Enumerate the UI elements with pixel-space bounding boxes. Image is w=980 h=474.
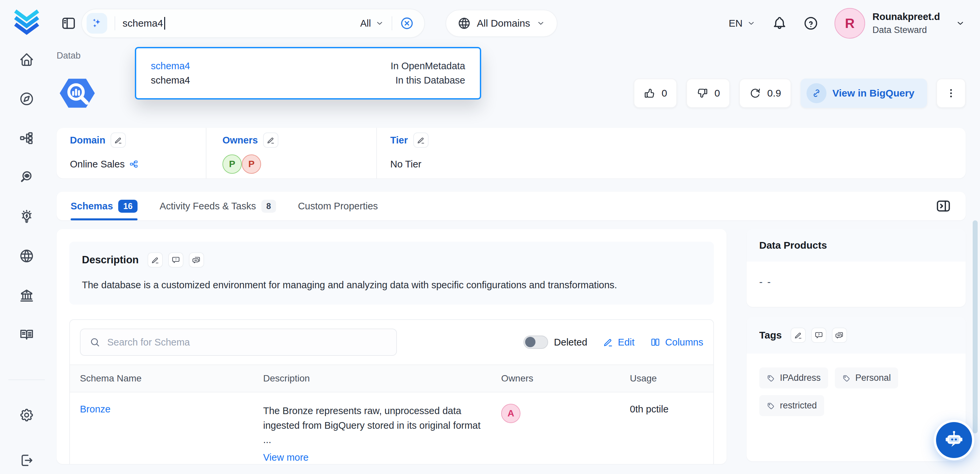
tags-header: Tags ?	[746, 317, 966, 353]
schema-search-input[interactable]	[107, 337, 388, 348]
more-options-button[interactable]	[936, 78, 966, 108]
deleted-toggle[interactable]	[523, 336, 548, 349]
ai-sparkle-icon[interactable]	[87, 13, 107, 33]
request-description-button[interactable]: ?	[168, 252, 183, 268]
search-divider	[115, 16, 115, 30]
suggestion-item[interactable]: schema4 In this Database	[151, 75, 465, 86]
chatbot-button[interactable]	[936, 422, 972, 458]
owners-label: Owners	[223, 135, 258, 146]
col-header-usage[interactable]: Usage	[624, 365, 714, 392]
col-header-owners[interactable]: Owners	[495, 365, 623, 392]
schema-search-field[interactable]	[80, 329, 397, 356]
all-domains-dropdown[interactable]: All Domains	[445, 10, 557, 37]
columns-button[interactable]: Columns	[650, 337, 703, 348]
downvote-button[interactable]: 0	[686, 78, 730, 108]
link-icon	[807, 83, 826, 103]
observability-icon[interactable]	[19, 170, 34, 185]
svg-text:?: ?	[175, 257, 177, 261]
score-button[interactable]: 0.9	[739, 78, 791, 108]
edit-owners-button[interactable]	[263, 132, 278, 148]
scrollbar-thumb[interactable]	[973, 220, 978, 433]
tab-label: Activity Feeds & Tasks	[159, 201, 256, 212]
tab-schemas[interactable]: Schemas 16	[71, 192, 137, 220]
globe-icon	[458, 17, 471, 30]
edit-button[interactable]: Edit	[603, 337, 635, 348]
edit-label: Edit	[618, 337, 635, 348]
owners-section: Owners P P	[207, 128, 377, 178]
thumbs-up-icon	[644, 87, 655, 99]
lineage-flow-icon[interactable]	[19, 130, 34, 146]
tag-label: Personal	[856, 373, 891, 383]
view-in-bigquery-button[interactable]: View in BigQuery	[800, 78, 927, 108]
logout-icon[interactable]	[19, 453, 34, 468]
owner-avatar[interactable]: P	[223, 154, 242, 174]
breadcrumb[interactable]: Datab	[57, 51, 93, 65]
tag-chip[interactable]: Personal	[835, 367, 899, 388]
comment-question-icon: ?	[815, 331, 823, 339]
tags-list: IPAddress Personal restricted	[746, 353, 966, 430]
schemas-panel: Description ? The database is a cus	[57, 229, 727, 464]
tag-chip[interactable]: IPAddress	[759, 367, 828, 388]
usage-value: 0th pctile	[630, 404, 669, 414]
home-icon[interactable]	[19, 52, 34, 67]
insights-bulb-icon[interactable]	[19, 209, 34, 224]
sidebar-toggle-icon[interactable]	[60, 15, 76, 31]
table-row: Bronze The Bronze represents raw, unproc…	[70, 392, 713, 464]
user-name: Rounakpreet.d	[872, 11, 940, 22]
tier-section: Tier No Tier	[377, 128, 429, 178]
search-scope-value: All	[360, 18, 371, 29]
owner-avatar[interactable]: A	[501, 404, 520, 423]
edit-description-button[interactable]	[148, 252, 163, 268]
tab-count-badge: 8	[261, 200, 276, 213]
tier-label: Tier	[390, 135, 408, 146]
user-menu[interactable]: R Rounakpreet.d Data Steward	[834, 8, 965, 39]
language-value: EN	[729, 17, 743, 29]
schema-table: Schema Name Description Owners Usage Bro…	[70, 364, 713, 464]
tab-custom-properties[interactable]: Custom Properties	[298, 192, 378, 220]
help-icon[interactable]	[803, 16, 818, 31]
tab-activity-feeds[interactable]: Activity Feeds & Tasks 8	[159, 192, 276, 220]
tag-chip[interactable]: restricted	[759, 395, 824, 416]
deleted-toggle-wrap: Deleted	[523, 336, 587, 349]
edit-domain-button[interactable]	[111, 132, 126, 148]
governance-bank-icon[interactable]	[19, 288, 34, 303]
schema-name-link[interactable]: Bronze	[80, 404, 111, 414]
request-tags-button[interactable]: ?	[811, 328, 826, 343]
edit-tags-button[interactable]	[791, 328, 806, 343]
explore-compass-icon[interactable]	[19, 91, 34, 107]
domains-globe-icon[interactable]	[19, 248, 34, 264]
view-more-link[interactable]: View more	[263, 452, 309, 463]
description-conversation-button[interactable]	[189, 252, 204, 268]
avatar[interactable]: R	[834, 8, 865, 39]
edit-tier-button[interactable]	[413, 132, 429, 148]
tags-conversation-button[interactable]	[832, 328, 847, 343]
notifications-bell-icon[interactable]	[772, 16, 787, 31]
col-header-schema-name[interactable]: Schema Name	[70, 365, 256, 392]
knowledge-book-icon[interactable]	[19, 327, 34, 342]
suggestion-label[interactable]: schema4	[151, 60, 190, 72]
search-scope-dropdown[interactable]: All	[360, 18, 384, 29]
settings-gear-icon[interactable]	[19, 407, 34, 423]
owner-avatar[interactable]: P	[242, 154, 261, 174]
clear-search-icon[interactable]	[399, 16, 414, 30]
col-header-description[interactable]: Description	[256, 365, 495, 392]
data-products-title: Data Products	[759, 240, 827, 251]
collapse-right-panel-icon[interactable]	[935, 198, 952, 215]
global-search-bar[interactable]: schema4 All	[81, 9, 425, 38]
kebab-menu-icon	[945, 87, 957, 99]
suggestion-item[interactable]: schema4 In OpenMetadata	[151, 60, 465, 72]
tag-icon	[767, 374, 775, 382]
search-input[interactable]: schema4	[123, 17, 165, 30]
tags-card: Tags ?	[746, 317, 966, 461]
description-text: The database is a customized environment…	[82, 280, 701, 291]
data-products-card: Data Products - -	[746, 229, 966, 307]
entity-meta-card: Domain Online Sales Owners	[57, 128, 966, 178]
topbar-right: EN R Rounakpreet.d Data Steward	[729, 8, 965, 39]
suggestion-label[interactable]: schema4	[151, 75, 190, 86]
openmetadata-logo-icon[interactable]	[12, 9, 41, 37]
upvote-button[interactable]: 0	[634, 78, 677, 108]
domain-value[interactable]: Online Sales	[70, 159, 124, 170]
pencil-icon	[603, 337, 613, 348]
language-dropdown[interactable]: EN	[729, 17, 756, 29]
bigquery-service-icon	[57, 73, 98, 114]
